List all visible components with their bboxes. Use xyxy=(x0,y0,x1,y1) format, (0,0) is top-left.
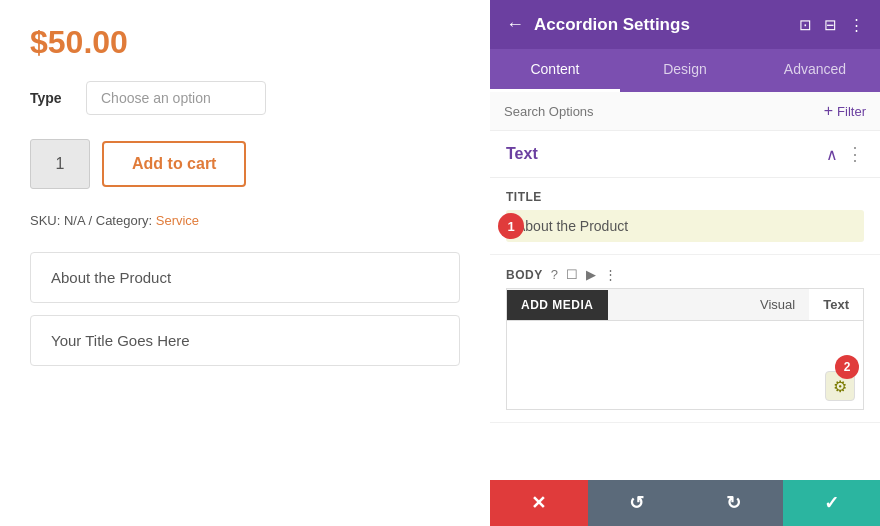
cursor-icon[interactable]: ▶ xyxy=(586,267,596,282)
badge-2: 2 xyxy=(835,355,859,379)
type-select[interactable]: Choose an option xyxy=(86,81,266,115)
title-field-group: Title 1 xyxy=(490,178,880,255)
quantity-box[interactable]: 1 xyxy=(30,139,90,189)
product-area: $50.00 Type Choose an option 1 Add to ca… xyxy=(0,0,490,526)
help-icon[interactable]: ? xyxy=(551,267,558,282)
editor-tab-group: Visual Text xyxy=(746,289,863,320)
monitor-icon: ☐ xyxy=(566,267,578,282)
badge-1: 1 xyxy=(498,213,524,239)
tab-advanced[interactable]: Advanced xyxy=(750,49,880,92)
accordion-item-2[interactable]: Your Title Goes Here xyxy=(30,315,460,366)
confirm-button[interactable]: ✓ xyxy=(783,480,881,526)
filter-button[interactable]: + Filter xyxy=(824,102,866,120)
settings-title: Accordion Settings xyxy=(534,15,789,35)
body-toolbar: Body ? ☐ ▶ ⋮ xyxy=(506,267,864,282)
title-field-label: Title xyxy=(506,190,864,204)
add-media-button[interactable]: ADD MEDIA xyxy=(507,290,608,320)
tabs-row: Content Design Advanced xyxy=(490,49,880,92)
resize1-icon[interactable]: ⊡ xyxy=(799,16,812,34)
more-icon[interactable]: ⋮ xyxy=(849,16,864,34)
category-link[interactable]: Service xyxy=(156,213,199,228)
gear-icon: ⚙ xyxy=(833,377,847,396)
tab-design[interactable]: Design xyxy=(620,49,750,92)
type-label: Type xyxy=(30,90,70,106)
content-area: Text ∧ ⋮ Title 1 Body ? ☐ ▶ ⋮ ADD MEDIA xyxy=(490,131,880,480)
title-input-wrapper: 1 xyxy=(506,210,864,242)
add-to-cart-row: 1 Add to cart xyxy=(30,139,460,189)
product-price: $50.00 xyxy=(30,24,460,61)
undo-button[interactable]: ↺ xyxy=(588,480,686,526)
body-more-icon[interactable]: ⋮ xyxy=(604,267,617,282)
text-section-header: Text ∧ ⋮ xyxy=(490,131,880,178)
chevron-up-icon[interactable]: ∧ xyxy=(826,145,838,164)
resize2-icon[interactable]: ⊟ xyxy=(824,16,837,34)
product-meta: SKU: N/A / Category: Service xyxy=(30,213,460,228)
title-input[interactable] xyxy=(506,210,864,242)
section-title-text: Text xyxy=(506,145,826,163)
section-more-icon[interactable]: ⋮ xyxy=(846,143,864,165)
search-filter-row: + Filter xyxy=(490,92,880,131)
search-input[interactable] xyxy=(504,104,816,119)
settings-header: ← Accordion Settings ⊡ ⊟ ⋮ xyxy=(490,0,880,49)
header-icons: ⊡ ⊟ ⋮ xyxy=(799,16,864,34)
redo-button[interactable]: ↻ xyxy=(685,480,783,526)
editor-toolbar: ADD MEDIA Visual Text xyxy=(506,288,864,320)
add-to-cart-button[interactable]: Add to cart xyxy=(102,141,246,187)
action-bar: ✕ ↺ ↻ ✓ xyxy=(490,480,880,526)
settings-panel: ← Accordion Settings ⊡ ⊟ ⋮ Content Desig… xyxy=(490,0,880,526)
body-field-group: Body ? ☐ ▶ ⋮ ADD MEDIA Visual Text ⚙ 2 xyxy=(490,255,880,423)
cancel-button[interactable]: ✕ xyxy=(490,480,588,526)
accordion-item-1[interactable]: About the Product xyxy=(30,252,460,303)
editor-tab-text[interactable]: Text xyxy=(809,289,863,320)
back-button[interactable]: ← xyxy=(506,14,524,35)
tab-content[interactable]: Content xyxy=(490,49,620,92)
plus-icon: + xyxy=(824,102,833,120)
product-type-row: Type Choose an option xyxy=(30,81,460,115)
body-label: Body xyxy=(506,268,543,282)
editor-area[interactable]: ⚙ 2 xyxy=(506,320,864,410)
editor-tab-visual[interactable]: Visual xyxy=(746,289,809,320)
